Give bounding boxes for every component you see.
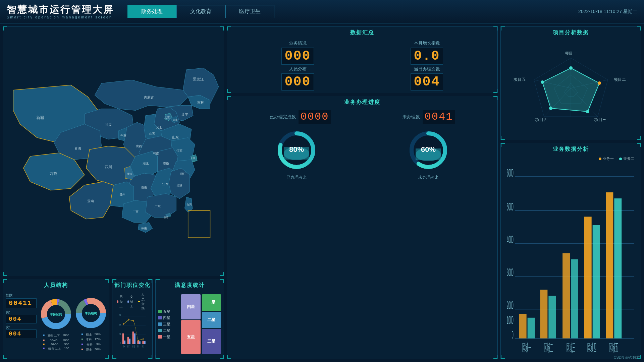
business-label: 业务情况 bbox=[289, 40, 307, 46]
tab-wenhua[interactable]: 文化教育 bbox=[176, 5, 225, 18]
svg-text:甘肃: 甘肃 bbox=[105, 123, 112, 126]
sat-seg-one: 一星 bbox=[202, 294, 221, 311]
bottom-section: 人员结构 总数: 00411 男: 004 女: 004 bbox=[3, 279, 224, 359]
map-container: 黑龙江 内蒙古 吉林 辽宁 新疆 甘肃 宁夏 北京 天津 河北 山西 山东 青海… bbox=[3, 26, 224, 276]
svg-text:60%: 60% bbox=[421, 145, 435, 154]
completed-circle-svg: 80% bbox=[275, 128, 318, 172]
svg-text:4000: 4000 bbox=[507, 233, 514, 246]
personnel-label: 人员分布 bbox=[289, 66, 307, 72]
dept-title: 部门职位变化 bbox=[112, 279, 152, 290]
svg-rect-59 bbox=[132, 331, 134, 344]
svg-text:项目五: 项目五 bbox=[514, 77, 526, 82]
business-cell: 业务情况 000 bbox=[234, 40, 362, 65]
svg-text:5000: 5000 bbox=[507, 200, 514, 213]
svg-text:学历结构: 学历结构 bbox=[85, 312, 97, 315]
svg-text:重庆: 重庆 bbox=[127, 173, 132, 176]
svg-text:安徽: 安徽 bbox=[163, 162, 169, 165]
sat-legend-four: 四星 bbox=[158, 315, 178, 320]
svg-rect-57 bbox=[127, 337, 129, 344]
svg-rect-122 bbox=[540, 290, 547, 338]
bp-completed-item: 已办理完成数 0000 bbox=[270, 110, 331, 124]
daily-value: 004 bbox=[411, 73, 443, 90]
dept-panel: 部门职位变化 男员工 女员工 人员变动 bbox=[112, 279, 153, 359]
datetime: 2022-10-18 11:10:27 星期二 bbox=[578, 9, 637, 15]
growth-cell: 本月增长指数 0.0 bbox=[363, 40, 491, 65]
svg-text:西藏: 西藏 bbox=[50, 172, 57, 176]
svg-point-100 bbox=[549, 107, 552, 110]
radar-svg: 项目一 项目二 项目三 项目四 项目五 bbox=[511, 45, 631, 132]
sat-legend-five: 五星 bbox=[158, 309, 178, 314]
sat-legend-three: 三星 bbox=[158, 322, 178, 327]
svg-rect-55 bbox=[122, 334, 124, 344]
svg-point-101 bbox=[541, 80, 544, 84]
svg-text:天津: 天津 bbox=[173, 119, 177, 121]
svg-text:上海: 上海 bbox=[191, 157, 195, 160]
personnel-value: 000 bbox=[281, 73, 314, 90]
completed-circle-item: 80% 已办理占比 bbox=[275, 128, 318, 180]
bd-legend-2: 业务二 bbox=[619, 156, 634, 161]
sat-seg-two: 二星 bbox=[202, 312, 221, 328]
data-summary-panel: 数据汇总 业务情况 000 本月增长指数 0.0 人员分布 000 当日办理次数… bbox=[227, 26, 498, 93]
bd-chart-area: 6000 5000 4000 3000 2000 1000 0 bbox=[504, 162, 638, 357]
svg-text:3000: 3000 bbox=[507, 266, 514, 279]
dept-content: 男员工 女员工 人员变动 bbox=[112, 290, 152, 358]
tab-zhengwu[interactable]: 政务处理 bbox=[127, 5, 176, 18]
svg-text:1000: 1000 bbox=[507, 314, 514, 326]
main-title: 智慧城市运行管理大屏 bbox=[7, 4, 121, 15]
bp-completed-label: 已办理完成数 bbox=[270, 114, 296, 120]
sat-legend-one: 一星 bbox=[158, 335, 178, 340]
daily-label: 当日办理次数 bbox=[414, 66, 440, 72]
sat-col-1: 四星 五星 bbox=[181, 294, 201, 354]
svg-rect-127 bbox=[593, 225, 600, 339]
business-value: 000 bbox=[281, 48, 314, 65]
svg-rect-129 bbox=[614, 198, 622, 339]
age-donut-section: 年龄区间 ■35岁以下1860 ■36-451000 bbox=[39, 292, 73, 357]
satisfaction-content: 五星 四星 三星 二星 bbox=[156, 290, 224, 358]
tab-yiliao[interactable]: 医疗卫生 bbox=[225, 5, 274, 18]
sat-seg-four: 四星 bbox=[181, 294, 201, 319]
data-summary-title: 数据汇总 bbox=[227, 26, 497, 38]
left-panel: 黑龙江 内蒙古 吉林 辽宁 新疆 甘肃 宁夏 北京 天津 河北 山西 山东 青海… bbox=[3, 26, 224, 359]
center-panel: 数据汇总 业务情况 000 本月增长指数 0.0 人员分布 000 当日办理次数… bbox=[227, 26, 498, 359]
svg-text:项目三: 项目三 bbox=[594, 117, 606, 122]
header: 智慧城市运行管理大屏 Smart city operation manageme… bbox=[0, 0, 644, 23]
business-data-title: 业务数据分析 bbox=[501, 143, 641, 154]
sub-title: Smart city operation management screen bbox=[7, 15, 121, 19]
svg-point-98 bbox=[598, 81, 601, 85]
dept-legend-male: 男员工 bbox=[117, 292, 124, 311]
svg-text:浙江: 浙江 bbox=[180, 172, 186, 176]
svg-text:辽宁: 辽宁 bbox=[181, 113, 188, 116]
svg-text:区域二: 区域二 bbox=[544, 342, 553, 354]
svg-rect-126 bbox=[584, 217, 592, 338]
svg-text:湖北: 湖北 bbox=[143, 162, 149, 165]
svg-text:台湾: 台湾 bbox=[186, 203, 192, 206]
growth-label: 本月增长指数 bbox=[414, 40, 440, 46]
bp-pending-label: 未办理数 bbox=[402, 114, 420, 120]
dept-legend: 男员工 女员工 人员变动 bbox=[116, 292, 149, 312]
age-legend: ■35岁以下1860 ■36-451000 ■46-55300 ■55岁以上10… bbox=[43, 334, 69, 351]
sat-legend-two: 二星 bbox=[158, 328, 178, 333]
male-label: 男: bbox=[6, 310, 37, 315]
edu-donut-svg: 学历结构 bbox=[74, 296, 108, 330]
satisfaction-title: 满意度统计 bbox=[156, 279, 224, 290]
svg-text:0: 0 bbox=[512, 328, 514, 341]
business-progress-panel: 业务办理进度 已办理完成数 0000 未办理数 0041 bbox=[227, 96, 498, 359]
edu-donut-section: 学历结构 ■硕士50% ■本科17% ■专科3% bbox=[74, 292, 108, 357]
right-panel: 项目分析数据 bbox=[500, 26, 641, 359]
bp-top-row: 已办理完成数 0000 未办理数 0041 bbox=[227, 107, 497, 125]
daily-cell: 当日办理次数 004 bbox=[363, 66, 491, 90]
svg-rect-120 bbox=[519, 314, 527, 339]
svg-text:河北: 河北 bbox=[156, 126, 162, 129]
sat-col-2: 一星 二星 三星 bbox=[202, 294, 221, 354]
svg-rect-64 bbox=[144, 341, 145, 344]
svg-text:项目四: 项目四 bbox=[535, 117, 547, 122]
svg-point-65 bbox=[123, 323, 124, 325]
personnel-panel: 人员结构 总数: 00411 男: 004 女: 004 bbox=[3, 279, 109, 359]
svg-text:江西: 江西 bbox=[162, 182, 168, 186]
svg-text:区域三: 区域三 bbox=[567, 342, 576, 354]
svg-text:吉林: 吉林 bbox=[197, 101, 204, 104]
svg-rect-124 bbox=[562, 253, 570, 338]
svg-text:新疆: 新疆 bbox=[36, 115, 44, 120]
total-label: 总数: bbox=[6, 293, 37, 298]
svg-text:区域一: 区域一 bbox=[522, 342, 531, 354]
